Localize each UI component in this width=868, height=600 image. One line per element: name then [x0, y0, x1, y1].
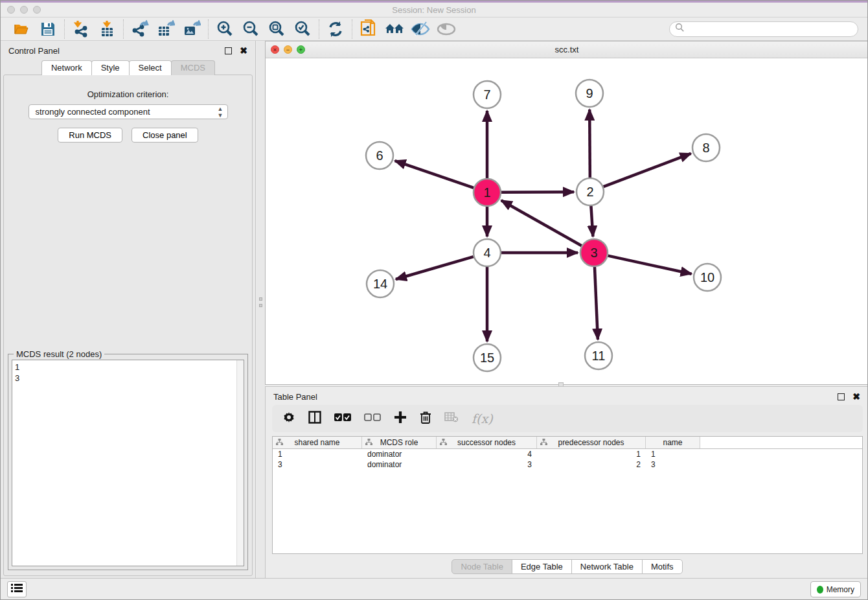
gear-icon — [282, 411, 295, 426]
export-table-button[interactable] — [156, 19, 176, 39]
table-row[interactable]: 3dominator323 — [273, 459, 862, 470]
open-session-button[interactable] — [12, 19, 32, 39]
import-table-button[interactable] — [97, 19, 117, 39]
table-cell[interactable]: 1 — [273, 449, 362, 459]
column-header-predecessor-nodes[interactable]: predecessor nodes — [537, 437, 646, 448]
show-column-button[interactable] — [308, 411, 321, 426]
column-tree-icon — [365, 439, 372, 448]
graph-svg: 7968124314101511 — [266, 58, 868, 384]
tab-motifs[interactable]: Motifs — [642, 559, 683, 574]
table-panel-header: Table Panel ✖ — [266, 387, 868, 406]
import-network-button[interactable] — [71, 19, 91, 39]
graph-edge-3-10[interactable] — [608, 256, 691, 274]
graph-node-label-7: 7 — [483, 87, 490, 102]
graph-edge-1-2[interactable] — [501, 192, 574, 192]
graph-edge-3-11[interactable] — [595, 267, 598, 340]
result-line: 3 — [15, 373, 241, 384]
result-scrollbar[interactable] — [236, 360, 244, 566]
mcds-tab-content: Optimization criterion: strongly connect… — [3, 75, 253, 576]
table-cell[interactable]: 2 — [537, 459, 646, 470]
table-close-icon[interactable]: ✖ — [852, 392, 860, 401]
houses-icon — [385, 21, 404, 37]
zoom-fit-button[interactable] — [267, 19, 286, 39]
tab-network-table[interactable]: Network Table — [571, 559, 643, 574]
mcds-result-textarea[interactable]: 13 — [12, 360, 244, 566]
export-network-button[interactable] — [130, 19, 150, 39]
network-canvas[interactable]: 7968124314101511 — [266, 58, 868, 384]
deselect-all-button[interactable] — [364, 413, 381, 424]
export-table-icon — [157, 20, 175, 38]
select-all-button[interactable] — [334, 413, 351, 424]
tab-select[interactable]: Select — [129, 60, 172, 75]
search-input[interactable] — [685, 25, 847, 34]
graph-edge-3-1[interactable] — [501, 200, 582, 246]
memory-status-icon — [817, 586, 823, 594]
table-cell[interactable]: 4 — [437, 449, 537, 459]
columns-icon — [308, 411, 321, 426]
table-cell[interactable]: dominator — [362, 459, 437, 470]
table-delete-icon — [444, 412, 459, 425]
export-image-button[interactable] — [182, 19, 201, 39]
table-cell[interactable]: 3 — [437, 459, 537, 470]
graph-node-label-3: 3 — [590, 246, 597, 260]
column-header-successor-nodes[interactable]: successor nodes — [437, 437, 537, 448]
column-label: name — [663, 438, 682, 447]
table-cell[interactable]: 3 — [273, 459, 362, 470]
column-label: successor nodes — [457, 438, 516, 447]
graph-edge-4-14[interactable] — [396, 257, 474, 279]
float-panel-icon[interactable] — [225, 47, 232, 54]
houses-button[interactable] — [385, 19, 404, 39]
unchecked-boxes-icon — [364, 413, 381, 424]
hide-button[interactable] — [411, 19, 430, 39]
graph-edge-1-6[interactable] — [395, 161, 474, 188]
table-cell[interactable]: 1 — [646, 449, 700, 459]
node-table: shared nameMCDS rolesuccessor nodesprede… — [272, 436, 863, 554]
export-network-icon — [131, 20, 149, 38]
panel-splitter[interactable] — [257, 41, 265, 579]
table-cell[interactable]: 3 — [646, 459, 700, 470]
graph-node-label-11: 11 — [592, 349, 606, 363]
memory-button[interactable]: Memory — [810, 581, 861, 597]
add-column-button[interactable] — [394, 411, 407, 426]
tab-style[interactable]: Style — [91, 60, 130, 75]
zoom-in-button[interactable] — [215, 19, 234, 39]
column-header-MCDS-role[interactable]: MCDS role — [362, 437, 437, 448]
table-panel: Table Panel ✖ f(x) shared nameMCDS roles… — [265, 386, 868, 579]
column-header-shared-name[interactable]: shared name — [273, 437, 362, 448]
graph-edge-2-8[interactable] — [604, 154, 691, 187]
tab-mcds[interactable]: MCDS — [171, 60, 215, 75]
close-panel-button[interactable]: Close panel — [131, 128, 198, 143]
graph-node-label-9: 9 — [586, 86, 593, 100]
table-settings-button[interactable] — [282, 411, 295, 426]
table-cell[interactable]: dominator — [362, 449, 437, 459]
task-history-button[interactable] — [7, 581, 27, 597]
search-field[interactable] — [669, 21, 858, 37]
tab-network[interactable]: Network — [41, 60, 92, 75]
table-bottom-tabs: Node TableEdge TableNetwork TableMotifs — [266, 559, 868, 574]
graph-edge-2-3[interactable] — [591, 206, 593, 237]
graph-edge-2-9[interactable] — [589, 110, 590, 178]
statusbar: Memory — [1, 578, 867, 599]
table-row[interactable]: 1dominator411 — [273, 449, 862, 459]
mcds-result-lines: 13 — [15, 362, 241, 384]
tab-edge-table[interactable]: Edge Table — [512, 559, 572, 574]
new-network-from-selection-button[interactable] — [359, 19, 378, 39]
table-float-icon[interactable] — [838, 393, 845, 400]
table-cell[interactable]: 1 — [537, 449, 646, 459]
table-header-row: shared nameMCDS rolesuccessor nodesprede… — [273, 437, 862, 449]
zoom-out-button[interactable] — [241, 19, 260, 39]
run-mcds-button[interactable]: Run MCDS — [58, 128, 122, 143]
main-toolbar — [1, 17, 867, 41]
trash-icon — [420, 411, 431, 427]
tab-node-table[interactable]: Node Table — [451, 559, 512, 574]
zoom-selected-button[interactable] — [293, 19, 312, 39]
delete-column-button[interactable] — [420, 411, 431, 427]
graph-node-label-10: 10 — [700, 270, 714, 284]
refresh-layout-button[interactable] — [326, 19, 345, 39]
control-panel-header: Control Panel ✖ — [1, 41, 255, 60]
column-header-name[interactable]: name — [646, 437, 700, 448]
criterion-select[interactable]: strongly connected component ▲▼ — [29, 104, 228, 119]
graph-node-label-6: 6 — [376, 148, 383, 163]
save-session-button[interactable] — [38, 19, 58, 39]
close-panel-icon[interactable]: ✖ — [240, 46, 247, 55]
